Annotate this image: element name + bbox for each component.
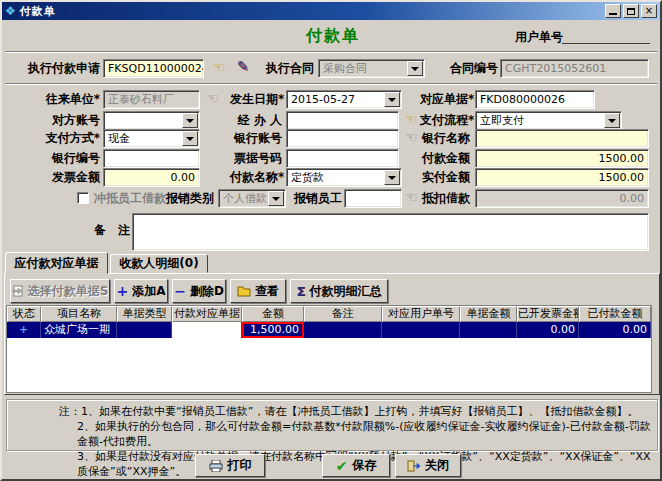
handler-label: 经 办 人 bbox=[230, 111, 282, 130]
save-button[interactable]: ✔ 保存 bbox=[322, 454, 390, 477]
bank-account-label: 银行账号 bbox=[230, 129, 282, 148]
pay-method-label: 支付方式* bbox=[10, 129, 100, 148]
view-label: 查看 bbox=[255, 283, 279, 300]
row-pay-doc-cell[interactable] bbox=[172, 322, 242, 338]
minimize-button[interactable] bbox=[605, 4, 621, 18]
payment-detail-summary-button[interactable]: Σ 付款明细汇总 bbox=[290, 279, 388, 303]
offset-loan-checkbox[interactable] bbox=[77, 192, 89, 204]
pay-method-value: 现金 bbox=[108, 132, 130, 145]
exit-door-icon bbox=[407, 460, 420, 472]
tab-payable-docs[interactable]: 应付款对应单据 bbox=[5, 252, 108, 274]
counterparty-input: 正泰砂石料厂 bbox=[103, 90, 200, 109]
close-form-label: 关闭 bbox=[425, 457, 449, 474]
contract-no-label: 合同编号 bbox=[450, 59, 496, 78]
row-doc-amount bbox=[460, 322, 517, 338]
add-label: 添加A bbox=[132, 283, 165, 300]
maximize-button[interactable] bbox=[623, 4, 639, 18]
actual-amount-label: 实付金额 bbox=[420, 168, 470, 187]
print-button[interactable]: 打印 bbox=[195, 454, 265, 477]
browse-counterparty-icon: ☜ bbox=[206, 90, 219, 106]
dropdown-arrow-icon[interactable] bbox=[384, 92, 400, 107]
view-button[interactable]: 查看 bbox=[230, 279, 286, 303]
handler-input[interactable] bbox=[286, 111, 399, 130]
pay-flow-value: 立即支付 bbox=[480, 114, 524, 127]
user-doc-no-underline bbox=[562, 43, 650, 44]
actual-amount-input[interactable]: 1500.00 bbox=[475, 168, 649, 187]
delete-button[interactable]: − 删除D bbox=[172, 279, 226, 303]
edit-pen-icon[interactable]: ✎ bbox=[237, 58, 249, 74]
remark-textarea[interactable] bbox=[132, 213, 649, 251]
party-account-select[interactable] bbox=[103, 111, 200, 130]
counterparty-label: 往来单位* bbox=[10, 90, 100, 109]
pay-flow-select[interactable]: 立即支付 bbox=[475, 111, 622, 130]
pay-amount-input[interactable]: 1500.00 bbox=[475, 149, 649, 168]
close-form-button[interactable]: 关闭 bbox=[395, 454, 461, 477]
reimburse-employee-label: 报销员工 bbox=[294, 189, 340, 208]
remark-label: 备 注 bbox=[92, 221, 130, 240]
browse-reimburse-employee-icon: ☜ bbox=[405, 189, 418, 205]
table-header-row: 状态 项目名称 单据类型 付款对应单据 金额 备注 对应用户单号 单据金额 已开… bbox=[7, 306, 651, 322]
pay-name-select[interactable]: 定货款 bbox=[286, 168, 402, 187]
folder-icon bbox=[237, 286, 251, 297]
occur-date-select[interactable]: 2015-05-27 bbox=[286, 90, 402, 109]
browse-handler-icon[interactable]: ☜ bbox=[405, 111, 418, 127]
row-user-doc-no bbox=[382, 322, 460, 338]
row-amount-cell-highlighted[interactable]: 1,500.00 bbox=[242, 322, 304, 338]
payment-request-input[interactable]: FKSQD110000024 bbox=[103, 59, 204, 78]
payment-request-label: 执行付款申请 bbox=[10, 59, 100, 78]
col-invoiced-amount[interactable]: 已开发票金额 bbox=[517, 306, 579, 322]
col-doc-amount[interactable]: 单据金额 bbox=[460, 306, 517, 322]
summary-icon: Σ bbox=[297, 284, 306, 299]
occur-date-value: 2015-05-27 bbox=[291, 93, 355, 106]
exec-contract-select[interactable]: 采购合同 bbox=[318, 59, 425, 78]
pay-name-value: 定货款 bbox=[291, 171, 324, 184]
col-remark[interactable]: 备注 bbox=[304, 306, 382, 322]
contract-no-input: CGHT2015052601 bbox=[500, 59, 649, 78]
col-user-doc-no[interactable]: 对应用户单号 bbox=[382, 306, 460, 322]
app-icon: ❖ bbox=[5, 5, 16, 17]
dropdown-arrow-icon[interactable] bbox=[182, 113, 198, 128]
add-button[interactable]: + 添加A bbox=[114, 279, 168, 303]
bill-no-input[interactable] bbox=[286, 149, 399, 168]
bank-code-input[interactable] bbox=[103, 149, 200, 168]
select-doc-icon bbox=[12, 285, 24, 297]
titlebar: ❖ 付款单 × bbox=[2, 2, 660, 20]
reimburse-employee-input[interactable] bbox=[344, 189, 402, 208]
payment-order-window: ❖ 付款单 × 付款单 用户单号 执行付款申请 FKSQD110000024 ☜… bbox=[0, 0, 662, 481]
col-status[interactable]: 状态 bbox=[7, 306, 41, 322]
note-line-1: 注：1、如果在付款中要“报销员工借款”，请在【冲抵员工借款】上打钩，并填写好【报… bbox=[59, 404, 657, 419]
related-doc-input[interactable]: FKD080000026 bbox=[475, 90, 595, 109]
bank-code-label: 银行编号 bbox=[10, 149, 100, 168]
occur-date-label: 发生日期* bbox=[230, 90, 282, 109]
maximize-icon bbox=[627, 8, 635, 15]
col-paid-amount[interactable]: 已付款金额 bbox=[579, 306, 651, 322]
row-status-icon: + bbox=[7, 322, 41, 338]
row-project: 众城广场一期 bbox=[41, 322, 117, 338]
bank-account-input[interactable] bbox=[286, 129, 399, 148]
dropdown-arrow-icon[interactable] bbox=[407, 61, 423, 76]
invoice-amount-label: 发票金额 bbox=[10, 168, 100, 187]
col-amount[interactable]: 金额 bbox=[242, 306, 304, 322]
pay-name-label: 付款名称* bbox=[230, 168, 282, 187]
pay-method-select[interactable]: 现金 bbox=[103, 129, 200, 148]
dropdown-arrow-icon[interactable] bbox=[384, 170, 400, 185]
pay-flow-label: 支付流程* bbox=[420, 111, 470, 130]
col-project[interactable]: 项目名称 bbox=[41, 306, 117, 322]
bank-name-label: 银行名称 bbox=[420, 129, 470, 148]
save-check-icon: ✔ bbox=[336, 458, 348, 474]
close-button[interactable]: × bbox=[641, 4, 657, 18]
table-row[interactable]: + 众城广场一期 1,500.00 0.00 0.00 bbox=[7, 322, 651, 338]
select-payment-doc-button: 选择付款单据S bbox=[10, 279, 110, 303]
printer-icon bbox=[209, 460, 223, 472]
dropdown-arrow-icon[interactable] bbox=[182, 131, 198, 146]
dropdown-arrow-icon[interactable] bbox=[604, 113, 620, 128]
browse-payment-request-icon[interactable]: ☜ bbox=[213, 59, 226, 75]
bank-name-input[interactable] bbox=[475, 129, 649, 148]
col-doc-type[interactable]: 单据类型 bbox=[117, 306, 172, 322]
tab-payee-detail[interactable]: 收款人明细(0) bbox=[110, 254, 208, 273]
related-doc-label: 对应单据* bbox=[420, 90, 470, 109]
print-label: 打印 bbox=[228, 457, 252, 474]
col-pay-doc[interactable]: 付款对应单据 bbox=[172, 306, 242, 322]
invoice-amount-input[interactable]: 0.00 bbox=[103, 168, 200, 187]
user-doc-no-label: 用户单号 bbox=[515, 29, 563, 46]
